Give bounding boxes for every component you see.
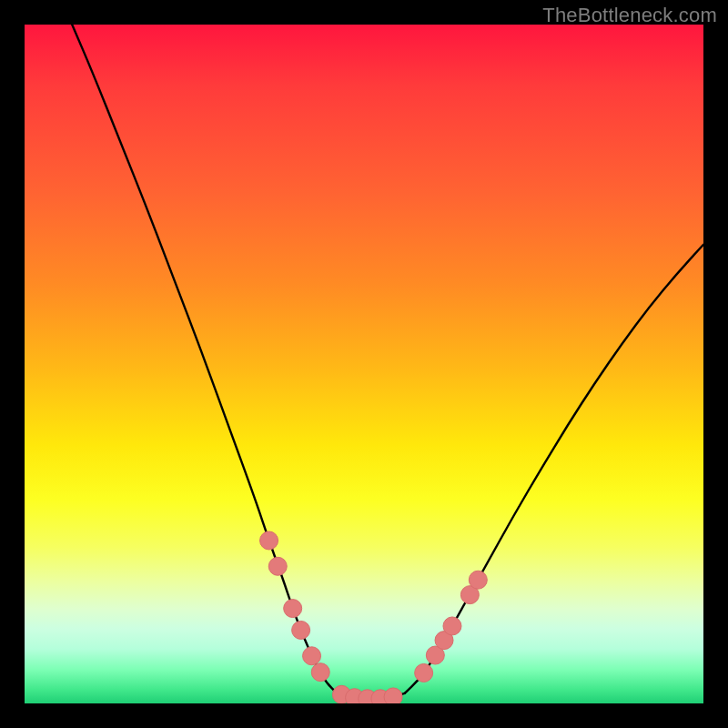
marker-dot (443, 617, 461, 635)
marker-dot (469, 571, 487, 589)
watermark-text: TheBottleneck.com (542, 4, 717, 27)
marker-dot (384, 688, 402, 703)
marker-dot (303, 647, 321, 665)
chart-svg (25, 25, 703, 703)
plot-area (25, 25, 703, 703)
markers-group (260, 531, 488, 703)
marker-dot (415, 663, 433, 682)
curve-left-path (72, 25, 337, 693)
marker-dot (311, 663, 329, 682)
chart-container: TheBottleneck.com (0, 0, 728, 728)
marker-dot (268, 557, 287, 575)
marker-dot (260, 531, 278, 550)
marker-dot (284, 600, 302, 618)
marker-dot (292, 621, 310, 639)
